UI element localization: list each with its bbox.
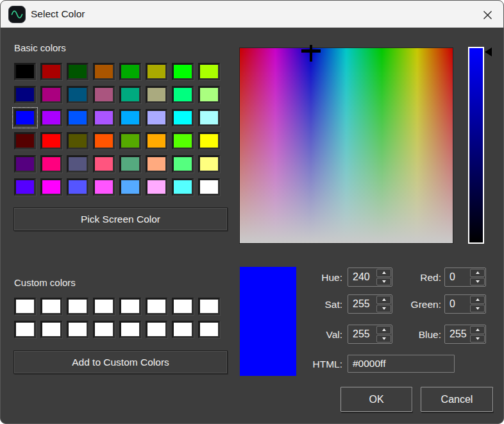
basic-color-swatch[interactable]: [119, 86, 141, 103]
basic-color-swatch[interactable]: [40, 109, 62, 126]
green-spinbox[interactable]: 0: [444, 294, 486, 314]
basic-color-swatch[interactable]: [93, 86, 115, 103]
basic-color-swatch[interactable]: [146, 86, 167, 103]
hue-value[interactable]: 240: [348, 268, 376, 286]
custom-color-swatch[interactable]: [14, 298, 36, 315]
val-spinbox[interactable]: 255: [348, 325, 392, 344]
basic-color-swatch[interactable]: [67, 86, 88, 103]
custom-color-swatch[interactable]: [14, 321, 36, 338]
html-color-input[interactable]: #0000ff: [348, 355, 455, 373]
basic-color-swatch[interactable]: [146, 132, 167, 149]
basic-color-swatch[interactable]: [172, 155, 194, 173]
val-spin-up-button[interactable]: [376, 326, 391, 334]
basic-color-swatch[interactable]: [146, 178, 167, 196]
arrow-down-icon: [382, 337, 386, 340]
close-button[interactable]: [479, 6, 496, 23]
basic-color-swatch[interactable]: [93, 63, 115, 80]
basic-color-swatch[interactable]: [119, 155, 141, 173]
basic-color-swatch[interactable]: [172, 109, 194, 126]
blue-spin-down-button[interactable]: [470, 335, 485, 343]
basic-color-swatch[interactable]: [172, 178, 194, 196]
basic-color-swatch[interactable]: [172, 86, 194, 103]
basic-color-swatch[interactable]: [198, 178, 220, 196]
basic-color-swatch[interactable]: [14, 109, 36, 126]
basic-color-swatch[interactable]: [14, 63, 36, 80]
custom-color-swatch[interactable]: [67, 321, 88, 338]
basic-color-swatch[interactable]: [119, 178, 141, 196]
value-slider[interactable]: [468, 47, 496, 244]
val-value[interactable]: 255: [348, 325, 376, 343]
custom-color-swatch[interactable]: [198, 298, 220, 315]
custom-color-swatch[interactable]: [119, 321, 141, 338]
basic-color-swatch[interactable]: [67, 132, 88, 149]
val-spin-down-button[interactable]: [376, 335, 391, 343]
sat-spinbox[interactable]: 255: [348, 294, 392, 314]
basic-color-swatch[interactable]: [67, 178, 88, 196]
hue-saturation-gradient[interactable]: [240, 48, 453, 243]
green-value[interactable]: 0: [445, 295, 469, 313]
basic-color-swatch[interactable]: [198, 109, 220, 126]
basic-color-swatch[interactable]: [93, 155, 115, 173]
basic-color-swatch[interactable]: [67, 155, 88, 173]
basic-color-swatch[interactable]: [146, 109, 167, 126]
custom-color-swatch[interactable]: [146, 298, 167, 315]
basic-color-swatch[interactable]: [93, 132, 115, 149]
basic-color-swatch[interactable]: [119, 63, 141, 80]
hue-spin-down-button[interactable]: [376, 278, 391, 286]
pick-screen-color-button[interactable]: Pick Screen Color: [13, 207, 228, 231]
value-slider-arrow-icon[interactable]: [485, 47, 492, 56]
basic-color-swatch[interactable]: [119, 109, 141, 126]
custom-color-swatch[interactable]: [172, 321, 194, 338]
green-spin-up-button[interactable]: [470, 296, 485, 304]
sat-spin-down-button[interactable]: [376, 305, 391, 313]
custom-color-swatch[interactable]: [93, 298, 115, 315]
custom-color-swatch[interactable]: [172, 298, 194, 315]
basic-color-swatch[interactable]: [40, 155, 62, 173]
basic-color-swatch[interactable]: [198, 86, 220, 103]
basic-color-swatch[interactable]: [14, 178, 36, 196]
basic-color-swatch[interactable]: [67, 109, 88, 126]
ok-button[interactable]: OK: [340, 387, 412, 412]
custom-color-swatch[interactable]: [198, 321, 220, 338]
basic-color-swatch[interactable]: [14, 86, 36, 103]
hue-spin-up-button[interactable]: [376, 269, 391, 277]
red-value[interactable]: 0: [445, 268, 469, 286]
blue-spinbox[interactable]: 255: [444, 325, 486, 344]
custom-color-swatch[interactable]: [119, 298, 141, 315]
basic-color-swatch[interactable]: [40, 86, 62, 103]
custom-color-swatch[interactable]: [146, 321, 167, 338]
basic-color-swatch[interactable]: [93, 109, 115, 126]
custom-color-swatch[interactable]: [40, 298, 62, 315]
basic-color-swatch[interactable]: [146, 155, 167, 173]
basic-color-swatch[interactable]: [198, 63, 220, 80]
red-spin-up-button[interactable]: [470, 269, 485, 277]
basic-color-swatch[interactable]: [67, 63, 88, 80]
basic-color-swatch[interactable]: [40, 132, 62, 149]
hue-spinbox[interactable]: 240: [348, 267, 392, 287]
sat-spin-up-button[interactable]: [376, 296, 391, 304]
add-to-custom-colors-button[interactable]: Add to Custom Colors: [13, 350, 228, 374]
basic-color-swatch[interactable]: [172, 132, 194, 149]
basic-color-swatch[interactable]: [14, 155, 36, 173]
basic-color-swatch[interactable]: [146, 63, 167, 80]
sat-value[interactable]: 255: [348, 295, 376, 313]
basic-color-swatch[interactable]: [93, 178, 115, 196]
basic-color-swatch[interactable]: [198, 132, 220, 149]
basic-color-swatch[interactable]: [40, 178, 62, 196]
custom-color-swatch[interactable]: [40, 321, 62, 338]
red-spinbox[interactable]: 0: [444, 267, 486, 287]
basic-color-swatch[interactable]: [198, 155, 220, 173]
titlebar[interactable]: Select Color: [1, 1, 503, 28]
basic-color-swatch[interactable]: [172, 63, 194, 80]
blue-spin-up-button[interactable]: [470, 326, 485, 334]
green-spin-down-button[interactable]: [470, 305, 485, 313]
basic-color-swatch[interactable]: [14, 132, 36, 149]
custom-color-swatch[interactable]: [67, 298, 88, 315]
red-spin-down-button[interactable]: [470, 278, 485, 286]
basic-color-swatch[interactable]: [40, 63, 62, 80]
custom-color-swatch[interactable]: [93, 321, 115, 338]
value-slider-gradient[interactable]: [468, 47, 484, 244]
blue-value[interactable]: 255: [445, 325, 469, 343]
cancel-button[interactable]: Cancel: [421, 387, 493, 412]
basic-color-swatch[interactable]: [119, 132, 141, 149]
